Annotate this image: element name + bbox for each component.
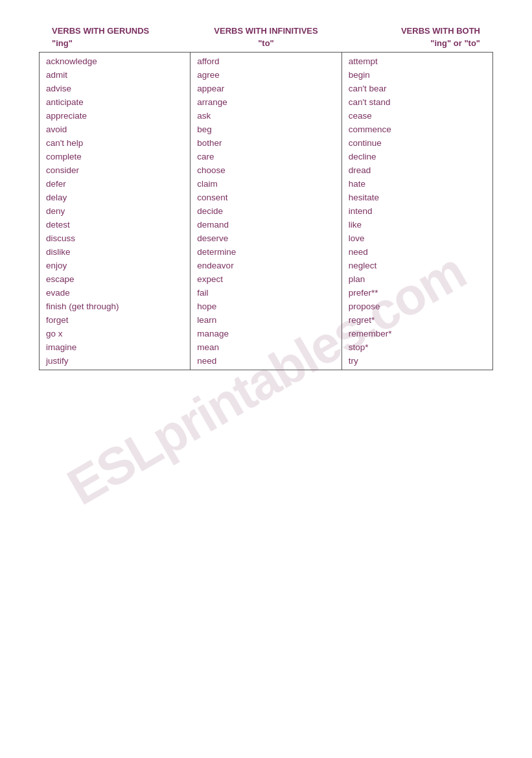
table-row: deferclaimhate (40, 177, 493, 191)
table-row: admitagreebegin (40, 68, 493, 82)
table-row: detestdemandlike (40, 218, 493, 231)
table-row: appreciateaskcease (40, 109, 493, 123)
cell-both: decline (341, 150, 492, 163)
cell-infinitive: bother (191, 136, 341, 150)
subheader-ing-or-to: "ing" or "to" (341, 38, 487, 48)
table-row: denydecideintend (40, 204, 493, 218)
cell-infinitive: demand (191, 218, 341, 231)
cell-both: plan (341, 272, 492, 286)
cell-both: propose (341, 300, 492, 313)
table-row: avoidbegcommence (40, 123, 493, 136)
cell-both: can't stand (341, 95, 492, 109)
table-row: forgetlearnregret* (40, 313, 493, 327)
cell-both: regret* (341, 313, 492, 327)
cell-gerund: detest (40, 218, 191, 231)
table-row: finish (get through)hopepropose (40, 300, 493, 313)
cell-gerund: can't help (40, 136, 191, 150)
column-header-gerunds: VERBS WITH GERUNDS (45, 26, 191, 36)
cell-both: can't bear (341, 82, 492, 95)
cell-infinitive: agree (191, 68, 341, 82)
cell-gerund: delay (40, 191, 191, 204)
cell-both: continue (341, 136, 492, 150)
cell-gerund: complete (40, 150, 191, 163)
cell-gerund: appreciate (40, 109, 191, 123)
table-row: anticipatearrangecan't stand (40, 95, 493, 109)
cell-both: neglect (341, 259, 492, 272)
subheader-to: "to" (193, 38, 339, 48)
cell-both: remember* (341, 327, 492, 340)
cell-infinitive: care (191, 150, 341, 163)
cell-gerund: acknowledge (40, 53, 191, 69)
verb-table: acknowledgeaffordattemptadmitagreebegina… (39, 52, 493, 370)
cell-gerund: defer (40, 177, 191, 191)
cell-infinitive: afford (191, 53, 341, 69)
cell-gerund: imagine (40, 340, 191, 354)
table-row: evadefailprefer** (40, 286, 493, 300)
column-header-both: VERBS WITH BOTH (341, 26, 487, 36)
cell-gerund: avoid (40, 123, 191, 136)
table-row: dislikedetermineneed (40, 245, 493, 259)
cell-infinitive: deserve (191, 231, 341, 245)
cell-infinitive: determine (191, 245, 341, 259)
cell-gerund: deny (40, 204, 191, 218)
cell-infinitive: hope (191, 300, 341, 313)
cell-both: cease (341, 109, 492, 123)
cell-gerund: dislike (40, 245, 191, 259)
cell-both: hesitate (341, 191, 492, 204)
cell-both: hate (341, 177, 492, 191)
table-row: considerchoosedread (40, 163, 493, 177)
cell-gerund: forget (40, 313, 191, 327)
cell-infinitive: fail (191, 286, 341, 300)
cell-both: attempt (341, 53, 492, 69)
cell-both: begin (341, 68, 492, 82)
subheader-ing: "ing" (45, 38, 191, 48)
table-row: discussdeservelove (40, 231, 493, 245)
cell-infinitive: learn (191, 313, 341, 327)
cell-gerund: discuss (40, 231, 191, 245)
cell-infinitive: arrange (191, 95, 341, 109)
cell-infinitive: choose (191, 163, 341, 177)
cell-infinitive: expect (191, 272, 341, 286)
cell-infinitive: claim (191, 177, 341, 191)
cell-both: need (341, 245, 492, 259)
table-row: enjoyendeavorneglect (40, 259, 493, 272)
cell-gerund: anticipate (40, 95, 191, 109)
cell-infinitive: manage (191, 327, 341, 340)
cell-infinitive: mean (191, 340, 341, 354)
cell-gerund: go x (40, 327, 191, 340)
cell-infinitive: need (191, 354, 341, 370)
cell-gerund: escape (40, 272, 191, 286)
cell-both: prefer** (341, 286, 492, 300)
cell-infinitive: beg (191, 123, 341, 136)
cell-gerund: admit (40, 68, 191, 82)
cell-both: love (341, 231, 492, 245)
table-row: completecaredecline (40, 150, 493, 163)
page-container: ESLprintables.com VERBS WITH GERUNDS VER… (0, 0, 532, 758)
table-row: delayconsenthesitate (40, 191, 493, 204)
cell-both: like (341, 218, 492, 231)
cell-gerund: consider (40, 163, 191, 177)
cell-both: stop* (341, 340, 492, 354)
cell-both: intend (341, 204, 492, 218)
cell-infinitive: ask (191, 109, 341, 123)
cell-gerund: evade (40, 286, 191, 300)
cell-gerund: justify (40, 354, 191, 370)
cell-both: try (341, 354, 492, 370)
cell-both: commence (341, 123, 492, 136)
cell-infinitive: decide (191, 204, 341, 218)
table-row: acknowledgeaffordattempt (40, 53, 493, 69)
headers-row: VERBS WITH GERUNDS VERBS WITH INFINITIVE… (39, 26, 493, 36)
cell-gerund: finish (get through) (40, 300, 191, 313)
table-row: go xmanageremember* (40, 327, 493, 340)
cell-infinitive: appear (191, 82, 341, 95)
cell-both: dread (341, 163, 492, 177)
cell-infinitive: consent (191, 191, 341, 204)
cell-infinitive: endeavor (191, 259, 341, 272)
cell-gerund: enjoy (40, 259, 191, 272)
table-row: justifyneedtry (40, 354, 493, 370)
table-row: escapeexpectplan (40, 272, 493, 286)
table-row: adviseappearcan't bear (40, 82, 493, 95)
table-row: imaginemeanstop* (40, 340, 493, 354)
table-row: can't helpbothercontinue (40, 136, 493, 150)
column-header-infinitives: VERBS WITH INFINITIVES (193, 26, 339, 36)
